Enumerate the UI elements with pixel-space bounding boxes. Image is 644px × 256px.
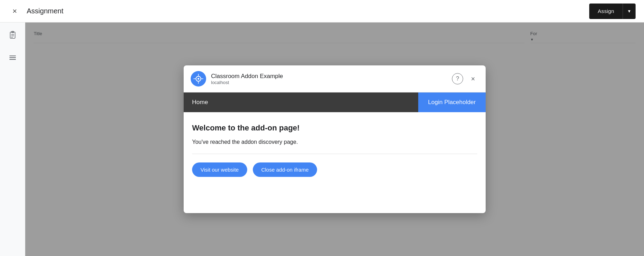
- welcome-title: Welcome to the add-on page!: [192, 123, 477, 133]
- assign-dropdown-button[interactable]: ▼: [623, 4, 636, 19]
- modal-close-icon[interactable]: ×: [467, 73, 479, 84]
- addon-modal: Classroom Addon Example localhost ? ×: [184, 65, 486, 213]
- assign-button[interactable]: Assign: [589, 4, 623, 19]
- welcome-desc: You've reached the addon discovery page.: [192, 139, 477, 145]
- addon-info: Classroom Addon Example localhost: [211, 73, 283, 85]
- page-title: Assignment: [27, 7, 64, 15]
- addon-host: localhost: [211, 80, 283, 85]
- assign-button-group: Assign ▼: [589, 4, 636, 19]
- modal-header: Classroom Addon Example localhost ? ×: [184, 65, 486, 92]
- visit-website-button[interactable]: Visit our website: [192, 162, 247, 177]
- modal-actions: Visit our website Close add-on iframe: [192, 162, 477, 177]
- help-icon[interactable]: ?: [452, 73, 463, 84]
- close-addon-button[interactable]: Close add-on iframe: [253, 162, 317, 177]
- nav-login-item[interactable]: Login Placeholder: [418, 92, 486, 112]
- header-left: × Assignment: [8, 5, 64, 18]
- chevron-down-icon: ▼: [627, 9, 631, 14]
- modal-header-left: Classroom Addon Example localhost: [191, 71, 283, 87]
- page-close-icon[interactable]: ×: [8, 5, 21, 18]
- svg-point-10: [198, 78, 199, 80]
- list-icon[interactable]: [6, 51, 20, 65]
- modal-divider: [192, 154, 477, 154]
- modal-navbar: Home Login Placeholder: [184, 92, 486, 112]
- sidebar: [0, 23, 25, 256]
- addon-logo: [191, 71, 206, 87]
- top-header: × Assignment Assign ▼: [0, 0, 644, 23]
- clipboard-icon[interactable]: [6, 28, 20, 42]
- modal-header-right: ? ×: [452, 73, 479, 84]
- content-area: Title For ▼: [0, 23, 644, 256]
- nav-home-item[interactable]: Home: [184, 92, 418, 112]
- addon-name: Classroom Addon Example: [211, 73, 283, 80]
- background-page: × Assignment Assign ▼: [0, 0, 644, 256]
- modal-overlay: Classroom Addon Example localhost ? ×: [25, 23, 644, 256]
- modal-body: Welcome to the add-on page! You've reach…: [184, 112, 486, 213]
- main-content: Title For ▼: [25, 23, 644, 256]
